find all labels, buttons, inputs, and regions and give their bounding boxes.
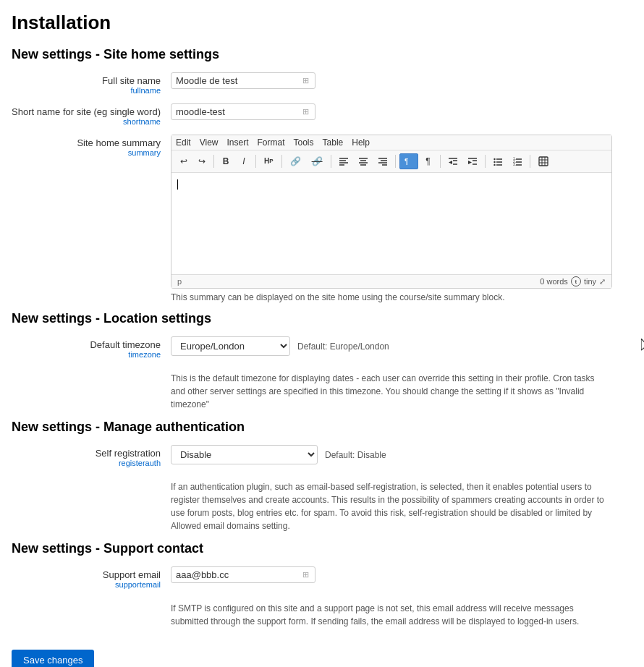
indent-button[interactable] [464, 153, 481, 169]
rtl-button[interactable]: ¶ [399, 153, 418, 169]
ordered-list-button[interactable]: 1.2.3. [509, 153, 526, 169]
editor-menubar: Edit View Insert Format Tools Table Help [171, 135, 611, 150]
svg-marker-14 [449, 161, 452, 164]
page-title: Installation [12, 12, 632, 34]
menu-help[interactable]: Help [352, 137, 370, 148]
fullname-label: Full site name [12, 75, 161, 86]
fullname-input[interactable] [176, 75, 301, 86]
timezone-description: This is the default timezone for display… [171, 372, 605, 411]
align-left-button[interactable] [335, 153, 352, 169]
authentication-section: New settings - Manage authentication Sel… [12, 420, 632, 532]
shortname-row: Short name for site (eg single word) sho… [12, 103, 632, 126]
selfregistration-select-wrapper[interactable]: Disable Email-based self-registration [171, 445, 318, 464]
heading-button[interactable]: HP [260, 153, 278, 169]
svg-marker-18 [468, 161, 472, 164]
table-insert-button[interactable] [534, 153, 553, 169]
summary-hint: This summary can be displayed on the sit… [171, 292, 612, 302]
support-heading: New settings - Support contact [12, 541, 632, 556]
tinymce-expand[interactable]: ⤢ [599, 277, 606, 286]
mouse-cursor-icon [641, 339, 644, 354]
unordered-list-button[interactable] [489, 153, 507, 169]
timezone-row: Default timezone timezone Europe/London … [12, 336, 632, 359]
svg-point-25 [493, 164, 495, 166]
wordcount-label: 0 words [540, 277, 568, 286]
save-area: Save changes [12, 637, 632, 667]
svg-text:3.: 3. [513, 162, 516, 166]
selfregistration-default: Default: Disable [325, 450, 386, 460]
supportemail-row: Support email supportemail ⊞ [12, 566, 632, 589]
save-button[interactable]: Save changes [12, 650, 94, 667]
toolbar-sep-8 [530, 155, 530, 168]
svg-rect-33 [539, 157, 548, 166]
align-center-button[interactable] [355, 153, 372, 169]
authentication-heading: New settings - Manage authentication [12, 420, 632, 435]
toolbar-sep-2 [255, 155, 256, 168]
shortname-input[interactable] [176, 106, 301, 117]
site-home-heading: New settings - Site home settings [12, 47, 632, 62]
tinymce-icon: t [571, 276, 581, 286]
summary-label: Site home summary [12, 137, 161, 148]
shortname-clear-icon[interactable]: ⊞ [301, 107, 310, 116]
fullname-clear-icon[interactable]: ⊞ [301, 76, 310, 85]
fullname-sublabel: fullname [12, 86, 161, 95]
fullname-input-box[interactable]: ⊞ [171, 72, 315, 89]
outdent-button[interactable] [444, 153, 462, 169]
menu-tools[interactable]: Tools [294, 137, 314, 148]
para-button[interactable]: ¶ [420, 153, 436, 169]
unlink-button[interactable]: 🔗 [308, 153, 327, 169]
toolbar-sep-5 [395, 155, 396, 168]
site-home-section: New settings - Site home settings Full s… [12, 47, 632, 302]
authentication-description: If an authentication plugin, such as ema… [171, 480, 605, 532]
selfregistration-row: Self registration registerauth Disable E… [12, 445, 632, 467]
supportemail-input-box[interactable]: ⊞ [171, 566, 315, 583]
svg-text:¶: ¶ [404, 158, 408, 166]
editor-toolbar: ↩ ↪ B I HP 🔗 🔗 [171, 150, 611, 173]
summary-sublabel: summary [12, 148, 161, 157]
supportemail-clear-icon[interactable]: ⊞ [301, 570, 310, 579]
support-description-row: If SMTP is configured on this site and a… [12, 598, 632, 628]
supportemail-label: Support email [12, 569, 161, 580]
link-button[interactable]: 🔗 [286, 153, 305, 169]
selfregistration-label: Self registration [12, 448, 161, 459]
timezone-description-row: This is the default timezone for display… [12, 368, 632, 411]
menu-view[interactable]: View [200, 137, 219, 148]
editor-tag: p [177, 277, 182, 286]
selfregistration-sublabel: registerauth [12, 459, 161, 467]
bold-button[interactable]: B [218, 153, 234, 169]
menu-edit[interactable]: Edit [176, 137, 191, 148]
redo-button[interactable]: ↪ [194, 153, 210, 169]
menu-format[interactable]: Format [258, 137, 285, 148]
support-description: If SMTP is configured on this site and a… [171, 602, 605, 628]
self-registration-select[interactable]: Disable Email-based self-registration [171, 446, 317, 464]
location-section: New settings - Location settings Default… [12, 311, 632, 411]
summary-row: Site home summary summary Edit View Inse… [12, 135, 632, 302]
shortname-sublabel: shortname [12, 117, 161, 126]
undo-button[interactable]: ↩ [176, 153, 192, 169]
location-heading: New settings - Location settings [12, 311, 632, 326]
shortname-label: Short name for site (eg single word) [12, 106, 161, 117]
authentication-description-row: If an authentication plugin, such as ema… [12, 476, 632, 532]
editor-content-area[interactable] [171, 173, 611, 274]
fullname-row: Full site name fullname ⊞ [12, 72, 632, 95]
toolbar-sep-7 [485, 155, 486, 168]
toolbar-sep-1 [213, 155, 214, 168]
toolbar-sep-4 [331, 155, 331, 168]
toolbar-sep-3 [281, 155, 282, 168]
svg-point-21 [493, 158, 495, 160]
editor-cursor [177, 179, 178, 190]
toolbar-sep-6 [440, 155, 441, 168]
timezone-label: Default timezone [12, 339, 161, 350]
shortname-input-box[interactable]: ⊞ [171, 103, 315, 120]
menu-insert[interactable]: Insert [226, 137, 248, 148]
italic-button[interactable]: I [236, 153, 252, 169]
tinymce-logo: 0 words t tiny ⤢ [540, 276, 606, 286]
timezone-sublabel: timezone [12, 350, 161, 359]
align-right-button[interactable] [374, 153, 391, 169]
timezone-select[interactable]: Europe/London UTC America/New_York Ameri… [171, 337, 289, 355]
timezone-select-wrapper[interactable]: Europe/London UTC America/New_York Ameri… [171, 336, 290, 356]
menu-table[interactable]: Table [323, 137, 344, 148]
summary-editor: Edit View Insert Format Tools Table Help… [171, 135, 612, 289]
editor-statusbar: p 0 words t tiny ⤢ [171, 274, 611, 288]
tinymce-text: tiny [584, 277, 596, 286]
supportemail-input[interactable] [176, 569, 301, 580]
